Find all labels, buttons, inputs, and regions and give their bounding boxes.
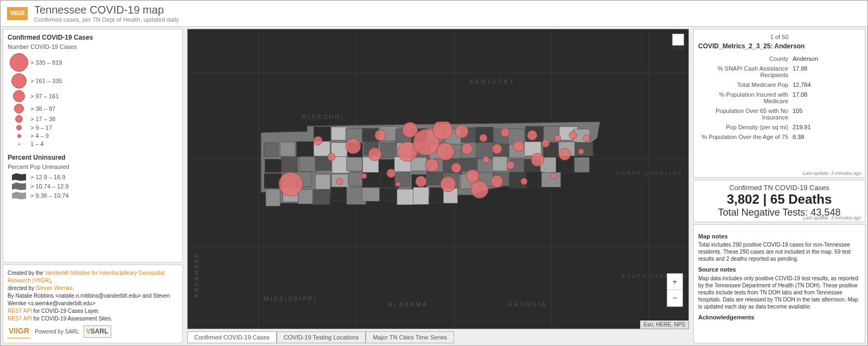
basemap-toggle-button[interactable]	[672, 34, 684, 46]
details-pager[interactable]: 1 of 50	[698, 34, 860, 40]
svg-rect-80	[298, 190, 315, 204]
case-bubble[interactable]	[314, 136, 322, 145]
tab[interactable]: Confirmed COVID-19 Cases	[187, 331, 277, 343]
detail-value: 105	[793, 106, 859, 122]
legend-panel: Confirmed COVID-19 Cases Number COVID-19…	[3, 29, 183, 262]
detail-value: 12,784	[793, 80, 859, 89]
case-bubble[interactable]	[491, 175, 503, 187]
case-bubble[interactable]	[554, 135, 561, 141]
rest-api-cases-link[interactable]: REST API	[8, 308, 32, 314]
case-bubble[interactable]	[559, 148, 571, 160]
source-notes-body: Map data includes only positive COVID-19…	[698, 275, 860, 310]
case-bubble[interactable]	[480, 134, 487, 142]
legend-cases-sub: Number COVID-19 Cases	[8, 43, 178, 50]
case-bubble[interactable]	[441, 177, 456, 192]
legend-bin-row: > 38 – 97	[8, 104, 178, 114]
tab[interactable]: Major TN Cities Time Series	[366, 331, 454, 343]
case-bubble[interactable]	[451, 163, 461, 173]
case-bubble[interactable]	[466, 169, 479, 183]
case-bubble[interactable]	[396, 182, 400, 186]
legend-uninsured-row: > 10.74 – 12.9	[8, 183, 178, 190]
case-bubble[interactable]	[513, 141, 524, 152]
credits-director-link[interactable]: Steven Wernke	[36, 285, 73, 291]
case-bubble[interactable]	[416, 176, 426, 187]
tab[interactable]: COVID-19 Testing Locations	[277, 331, 366, 343]
legend-bin-row: > 9 – 17	[8, 124, 178, 131]
zoom-in-button[interactable]: +	[667, 274, 682, 290]
legend-uninsured-label: > 12.9 – 16.9	[30, 174, 66, 180]
app-root: VIIGR Tennessee COVID-19 map Confirmed c…	[0, 0, 868, 346]
case-bubble[interactable]	[583, 135, 590, 141]
page-subtitle: Confirmed cases, per TN Dept of Health, …	[34, 16, 179, 23]
rest-api-sites-link[interactable]: REST API	[8, 316, 32, 322]
state-label-nc: NORTH CAROLINA	[616, 171, 682, 176]
case-bubble[interactable]	[346, 139, 361, 154]
svg-rect-22	[297, 142, 316, 158]
case-bubble[interactable]	[387, 169, 395, 178]
legend-bin-row: > 17 – 38	[8, 115, 178, 123]
case-bubble[interactable]	[328, 153, 335, 161]
state-label-georgia: GEORGIA	[508, 301, 547, 307]
case-bubble[interactable]	[551, 173, 557, 179]
logo-badge: VIIGR	[7, 7, 28, 20]
case-bubble[interactable]	[336, 178, 343, 185]
case-bubble[interactable]	[455, 125, 468, 138]
svg-rect-21	[280, 142, 295, 156]
case-bubble[interactable]	[507, 161, 514, 169]
case-bubble[interactable]	[542, 140, 550, 147]
svg-marker-2	[12, 192, 26, 199]
svg-rect-77	[541, 172, 561, 187]
detail-row: Population Over 65 with No Insurance105	[699, 106, 859, 122]
legend-uninsured-sub: Percent Pop Uninsured	[8, 163, 178, 170]
zoom-out-button[interactable]: −	[667, 290, 682, 306]
case-bubble[interactable]	[531, 153, 544, 166]
svg-rect-87	[413, 187, 429, 205]
case-bubble[interactable]	[492, 144, 502, 154]
map-canvas[interactable]: MISSOURI KENTUCKY MISSISSIPPI ALABAMA GE…	[187, 29, 689, 329]
detail-row: % Population Over the Age of 758.38	[699, 133, 859, 141]
detail-row: Pop Density (per sq mi)219.91	[699, 123, 859, 131]
legend-bin-label: > 17 – 38	[30, 116, 55, 122]
detail-value: 17.88	[793, 64, 859, 79]
svg-rect-63	[315, 174, 330, 192]
detail-value: 8.38	[793, 133, 859, 141]
tennessee-choropleth[interactable]	[258, 122, 600, 209]
case-bubble[interactable]	[425, 159, 438, 172]
state-label-missouri: MISSOURI	[302, 114, 344, 120]
credits-text: Created by the	[8, 270, 44, 276]
credits-authors: By Natalie Robbins <natalie.n.robbins@va…	[8, 293, 170, 306]
svg-rect-76	[526, 172, 542, 188]
detail-row: CountyAnderson	[699, 54, 859, 63]
page-title: Tennessee COVID-19 map	[34, 4, 179, 16]
svg-rect-70	[427, 172, 443, 186]
case-bubble[interactable]	[462, 143, 473, 154]
svg-rect-82	[330, 187, 347, 202]
svg-rect-84	[362, 187, 381, 202]
svg-rect-20	[264, 143, 278, 157]
body-row: Confirmed COVID-19 Cases Number COVID-19…	[1, 27, 867, 345]
powered-by-text: Powered by SARL	[35, 328, 79, 336]
case-bubble[interactable]	[578, 149, 584, 154]
case-bubble[interactable]	[569, 131, 577, 139]
legend-bin-row: > 4 – 9	[8, 133, 178, 139]
detail-key: % Population Insured with Medicare	[699, 90, 792, 105]
case-bubble[interactable]	[501, 128, 509, 137]
svg-rect-41	[282, 157, 298, 172]
case-bubble[interactable]	[368, 148, 381, 161]
credits-panel: Created by the Vanderbilt Initiative for…	[3, 265, 183, 343]
case-bubble[interactable]	[361, 173, 367, 179]
case-bubble[interactable]	[433, 122, 452, 140]
case-bubble[interactable]	[527, 130, 537, 140]
legend-uninsured-label: > 10.74 – 12.9	[30, 183, 69, 190]
legend-bin-row: > 161 – 335	[8, 73, 178, 89]
case-bubble[interactable]	[437, 143, 454, 160]
case-bubble[interactable]	[279, 172, 303, 196]
viigr-logo: VIIGR	[8, 325, 30, 338]
detail-value: 17.08	[793, 90, 859, 105]
detail-value: Anderson	[793, 54, 859, 63]
case-bubble[interactable]	[375, 130, 386, 141]
case-bubble[interactable]	[521, 178, 527, 185]
stats-label: Confirmed TN COVID-19 Cases	[697, 184, 861, 192]
case-bubble[interactable]	[471, 181, 488, 198]
case-bubble[interactable]	[483, 156, 489, 163]
